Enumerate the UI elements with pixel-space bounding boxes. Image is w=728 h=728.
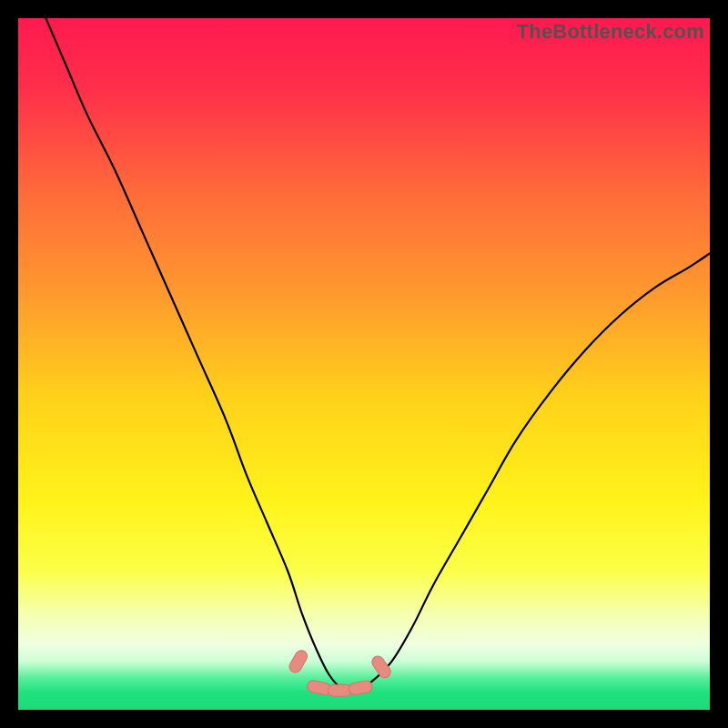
optimal-marker bbox=[288, 648, 309, 674]
chart-frame: TheBottleneck.com bbox=[18, 18, 710, 710]
optimal-range-markers bbox=[288, 648, 393, 696]
curve-layer bbox=[18, 18, 710, 710]
optimal-marker bbox=[348, 680, 373, 695]
optimal-marker bbox=[306, 680, 331, 696]
optimal-marker bbox=[328, 684, 351, 696]
bottleneck-curve bbox=[46, 18, 710, 691]
optimal-marker bbox=[369, 654, 393, 681]
watermark-text: TheBottleneck.com bbox=[517, 20, 704, 44]
